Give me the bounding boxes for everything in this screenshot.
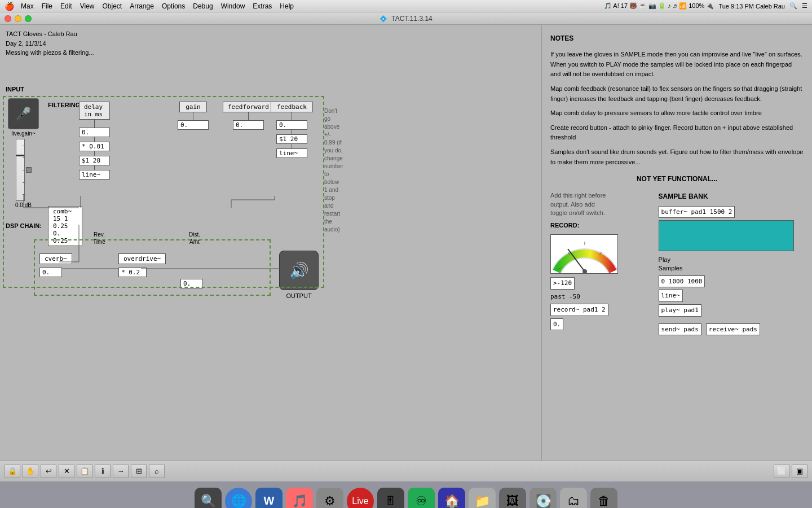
notes-para-3: Map comb delay to pressure sensors to al…	[550, 108, 804, 119]
toolbar-undo-btn[interactable]: ↩	[41, 465, 56, 478]
main-area: TACT Gloves - Caleb Rau Day 2, 11/3/14 M…	[0, 25, 812, 461]
close-button[interactable]	[5, 15, 11, 22]
menu-edit[interactable]: Edit	[60, 2, 72, 10]
window-title: 💠 TACT.11.3.14	[379, 15, 433, 23]
record-section: Add this right before output. Also add t…	[550, 191, 647, 335]
menu-debug[interactable]: Debug	[193, 2, 213, 10]
vu-meter	[550, 234, 618, 274]
notes-panel: NOTES If you leave the gloves in SAMPLE …	[541, 25, 812, 461]
patch-dashed-border	[3, 96, 324, 288]
toolbar-lock-btn[interactable]: 🔒	[5, 465, 20, 478]
toolbar-right-btns: ⬜ ▣	[774, 465, 807, 478]
menubar-right: 🎵 A! 17 🐻 ☕ 📷 🔋 ♪ ♬ 📶 100% 🔌 Tue 9:13 PM…	[604, 2, 807, 10]
menubar: 🍎 Max File Edit View Object Arrange Opti…	[0, 0, 812, 12]
dock-chrome[interactable]: 🌐	[225, 488, 252, 509]
menu-help[interactable]: Help	[280, 2, 294, 10]
status-icons: 🎵 A! 17 🐻 ☕ 📷 🔋 ♪ ♬ 📶 100% 🔌	[604, 2, 714, 10]
menu-file[interactable]: File	[42, 2, 52, 10]
dock-finder2[interactable]: 📁	[469, 488, 496, 509]
list-icon[interactable]: ☰	[802, 2, 807, 10]
sample-bank-title: SAMPLE BANK	[659, 191, 804, 202]
dock-word[interactable]: W	[255, 488, 283, 509]
menu-max[interactable]: Max	[21, 2, 34, 10]
menu-extras[interactable]: Extras	[253, 2, 272, 10]
notes-title: NOTES	[550, 33, 804, 44]
send-receive-row: send~ pads receive~ pads	[659, 323, 804, 336]
window-controls	[5, 15, 32, 22]
patch-title: TACT Gloves - Caleb Rau	[6, 29, 94, 39]
toolbar-clip-btn[interactable]: 📋	[77, 465, 92, 478]
maximize-button[interactable]	[25, 15, 32, 22]
menu-arrange[interactable]: Arrange	[130, 2, 154, 10]
toolbar-sidebar-btn[interactable]: ▣	[792, 465, 807, 478]
patch-area: TACT Gloves - Caleb Rau Day 2, 11/3/14 M…	[0, 25, 541, 461]
patch-desc: Messing with piezos & filtering...	[6, 48, 94, 58]
dock-itunes[interactable]: 🎵	[286, 488, 313, 509]
patch-info: TACT Gloves - Caleb Rau Day 2, 11/3/14 M…	[6, 29, 94, 58]
send-obj-box[interactable]: send~ pads	[659, 323, 701, 336]
not-functional-content: Add this right before output. Also add t…	[550, 191, 804, 335]
past-label: past -50	[550, 292, 647, 302]
bottom-toolbar: 🔒 ✋ ↩ ✕ 📋 ℹ → ⊞ ⌕ ⬜ ▣	[0, 461, 812, 481]
menu-window[interactable]: Window	[221, 2, 245, 10]
notes-para-1: If you leave the gloves in SAMPLE mode t…	[550, 50, 804, 80]
input-label: INPUT	[6, 86, 24, 93]
dock-live[interactable]: Live	[347, 488, 374, 509]
toolbar-info-btn[interactable]: ℹ	[95, 465, 111, 478]
notes-para-4: Create record button - attach to pinky f…	[550, 123, 804, 143]
line-obj-box[interactable]: line~	[659, 290, 683, 302]
dock-system-pref[interactable]: ⚙	[316, 488, 343, 509]
play-msg-box[interactable]: 0 1000 1000	[659, 275, 705, 288]
receive-obj-box[interactable]: receive~ pads	[706, 323, 760, 336]
buffer-obj-box[interactable]: buffer~ pad1 1500 2	[659, 206, 735, 218]
output-label: OUTPUT	[286, 292, 311, 299]
record-obj-box[interactable]: record~ pad1 2	[550, 304, 608, 316]
notes-para-2: Map comb feedback (resonance tail) to fl…	[550, 84, 804, 104]
search-icon[interactable]: 🔍	[789, 2, 797, 10]
dock-finder[interactable]: 🔍	[195, 488, 222, 509]
record-label: RECORD:	[550, 221, 647, 231]
toolbar-arrow-btn[interactable]: →	[113, 465, 129, 478]
warning-text: Don't go above +/- 0.99 (if you do, chan…	[324, 107, 343, 234]
record-level-box[interactable]: >-120	[550, 277, 575, 290]
minimize-button[interactable]	[15, 15, 21, 22]
play-obj-box[interactable]: play~ pad1	[659, 304, 701, 317]
record-num-box[interactable]: 0.	[550, 318, 563, 331]
dock-preview[interactable]: 🖼	[499, 488, 526, 509]
titlebar: 💠 TACT.11.3.14	[0, 12, 812, 25]
record-controls: >-120 past -50 record~ pad1 2 0.	[550, 277, 647, 330]
dock-trash[interactable]: 🗑	[590, 488, 617, 509]
add-output-text: Add this right before output. Also add t…	[550, 191, 612, 217]
dock-arduino[interactable]: ♾	[408, 488, 435, 509]
toolbar-grid-btn[interactable]: ⊞	[131, 465, 147, 478]
toolbar-close-btn[interactable]: ✕	[59, 465, 74, 478]
svg-point-12	[582, 269, 587, 274]
dock-midi[interactable]: 🎚	[377, 488, 404, 509]
datetime-display: Tue 9:13 PM Caleb Rau	[718, 3, 785, 10]
apple-menu[interactable]: 🍎	[5, 2, 14, 11]
vu-gauge-svg	[551, 235, 618, 274]
play-samples-label: PlaySamples	[659, 256, 804, 273]
dock-disk[interactable]: 💽	[529, 488, 557, 509]
dock-stacks[interactable]: 🗂	[560, 488, 587, 509]
toolbar-hand-btn[interactable]: ✋	[23, 465, 38, 478]
sample-bank-section: SAMPLE BANK buffer~ pad1 1500 2 PlaySamp…	[659, 191, 804, 335]
notes-para-5: Samples don't sound like drum sounds yet…	[550, 147, 804, 167]
menu-options[interactable]: Options	[162, 2, 185, 10]
menu-object[interactable]: Object	[103, 2, 122, 10]
sample-bank-display	[659, 220, 794, 251]
dock-app1[interactable]: 🏠	[438, 488, 465, 509]
patch-date: Day 2, 11/3/14	[6, 39, 94, 49]
menu-view[interactable]: View	[80, 2, 95, 10]
not-functional-label: NOT YET FUNCTIONAL...	[550, 174, 804, 185]
dock: 🔍 🌐 W 🎵 ⚙ Live 🎚 ♾ 🏠 📁 🖼 💽 🗂 🗑	[0, 481, 812, 508]
toolbar-search-btn[interactable]: ⌕	[149, 465, 165, 478]
toolbar-expand-btn[interactable]: ⬜	[774, 465, 789, 478]
